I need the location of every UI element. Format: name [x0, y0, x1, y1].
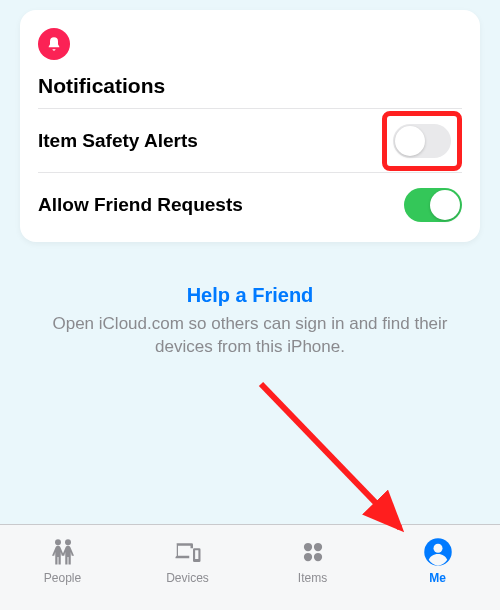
tab-label: People — [44, 571, 81, 585]
help-block: Help a Friend Open iCloud.com so others … — [0, 284, 500, 359]
tab-devices[interactable]: Devices — [148, 537, 228, 585]
tab-people[interactable]: People — [23, 537, 103, 585]
svg-point-4 — [303, 553, 311, 561]
tab-label: Me — [429, 571, 446, 585]
tab-bar: People Devices Items Me — [0, 524, 500, 610]
row-item-safety-alerts: Item Safety Alerts — [38, 108, 462, 172]
svg-point-7 — [433, 544, 442, 553]
help-a-friend-link[interactable]: Help a Friend — [30, 284, 470, 307]
help-text: Open iCloud.com so others can sign in an… — [30, 313, 470, 359]
tab-me[interactable]: Me — [398, 537, 478, 585]
devices-icon — [173, 537, 203, 567]
notifications-card: Notifications Item Safety Alerts Allow F… — [20, 10, 480, 242]
svg-point-3 — [313, 543, 321, 551]
tab-label: Items — [298, 571, 327, 585]
svg-point-1 — [65, 539, 71, 545]
items-icon — [298, 537, 328, 567]
section-title: Notifications — [38, 74, 462, 98]
row-label: Allow Friend Requests — [38, 194, 243, 216]
row-label: Item Safety Alerts — [38, 130, 198, 152]
tab-items[interactable]: Items — [273, 537, 353, 585]
toggle-knob — [395, 126, 425, 156]
toggle-item-safety-alerts[interactable] — [393, 124, 451, 158]
highlight-box — [382, 111, 462, 171]
toggle-allow-friend-requests[interactable] — [404, 188, 462, 222]
svg-point-5 — [313, 553, 321, 561]
svg-line-8 — [261, 384, 400, 528]
row-allow-friend-requests: Allow Friend Requests — [38, 172, 462, 236]
svg-point-0 — [55, 539, 61, 545]
tab-label: Devices — [166, 571, 209, 585]
svg-point-2 — [303, 543, 311, 551]
me-icon — [423, 537, 453, 567]
people-icon — [48, 537, 78, 567]
bell-icon — [38, 28, 70, 60]
toggle-knob — [430, 190, 460, 220]
